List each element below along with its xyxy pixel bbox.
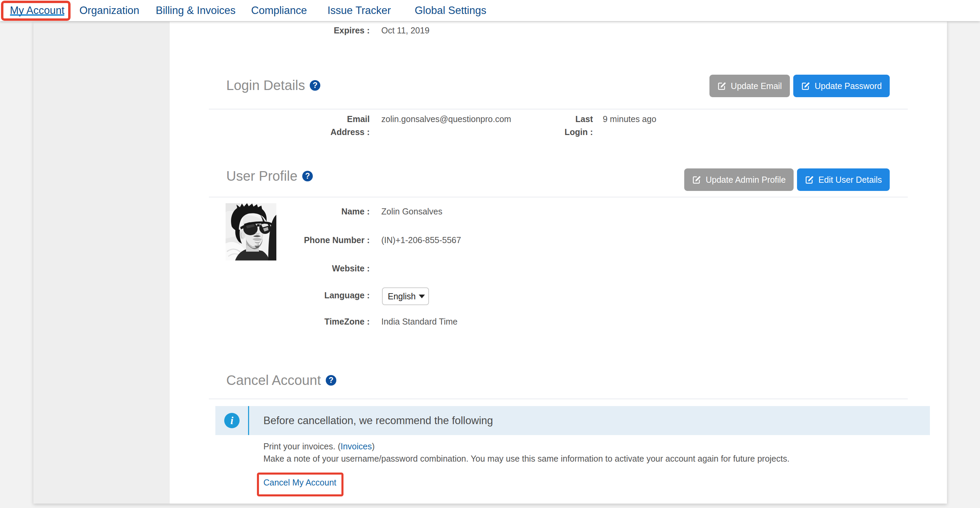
phone-number-value: (IN)+1-206-855-5567 [381, 234, 461, 247]
info-banner: i Before cancellation, we recommend the … [215, 406, 930, 435]
email-address-label: Email Address : [209, 113, 370, 139]
tab-issue-tracker[interactable]: Issue Tracker [328, 0, 391, 21]
language-select[interactable]: English [382, 287, 429, 305]
login-details-title: Login Details [226, 77, 305, 93]
edit-icon [717, 81, 727, 91]
tab-issue-tracker-label: Issue Tracker [328, 5, 391, 17]
edit-icon [692, 175, 701, 185]
tab-organization-label: Organization [80, 5, 139, 17]
invoices-link[interactable]: Invoices [340, 441, 372, 451]
caret-down-icon [419, 295, 425, 298]
tab-compliance-label: Compliance [251, 5, 307, 17]
print-invoices-text: Print your invoices. ( [263, 441, 340, 451]
cancel-account-title: Cancel Account [226, 372, 321, 389]
language-selected-value: English [388, 291, 416, 301]
edit-icon [801, 81, 810, 91]
phone-number-label: Phone Number : [209, 234, 370, 247]
expires-label: Expires : [209, 24, 370, 37]
divider-cancel-account [209, 398, 908, 399]
timezone-label: TimeZone : [209, 315, 370, 328]
help-icon-cancel-account[interactable]: ? [326, 375, 336, 385]
tab-global-settings[interactable]: Global Settings [415, 0, 486, 21]
name-value: Zolin Gonsalves [381, 205, 442, 218]
expires-value: Oct 11, 2019 [381, 24, 430, 37]
cancel-my-account-label: Cancel My Account [263, 478, 336, 487]
sidebar [33, 21, 170, 503]
user-profile-title: User Profile [226, 168, 298, 184]
edit-user-details-button[interactable]: Edit User Details [797, 169, 890, 191]
email-address-value: zolin.gonsalves@questionpro.com [381, 113, 511, 126]
tab-my-account[interactable]: My Account [10, 0, 64, 21]
info-icon: i [224, 413, 240, 428]
website-label: Website : [209, 262, 370, 275]
top-navigation: My Account Organization Billing & Invoic… [0, 0, 980, 21]
tab-billing-invoices-label: Billing & Invoices [156, 5, 235, 17]
print-invoices-text-close: ) [372, 441, 374, 451]
update-email-button[interactable]: Update Email [710, 75, 790, 97]
login-details-header: Login Details ? [226, 77, 320, 93]
main-card: Expires : Oct 11, 2019 Login Details ? U… [33, 21, 947, 503]
last-login-value: 9 minutes ago [603, 113, 656, 126]
help-icon-login-details[interactable]: ? [310, 80, 320, 91]
cancel-my-account-link[interactable]: Cancel My Account [263, 476, 336, 489]
update-admin-profile-label: Update Admin Profile [706, 175, 786, 185]
login-details-actions: Update Email Update Password [710, 75, 890, 97]
tab-global-settings-label: Global Settings [415, 5, 486, 17]
update-password-label: Update Password [815, 81, 882, 91]
banner-message: Before cancellation, we recommend the fo… [263, 406, 493, 435]
cancel-my-account-wrap: Cancel My Account [263, 476, 336, 489]
print-invoices-line: Print your invoices. (Invoices) [263, 440, 375, 453]
name-label: Name : [209, 205, 370, 218]
make-note-line: Make a note of your username/password co… [263, 452, 789, 465]
language-label: Language : [209, 289, 370, 302]
tab-compliance[interactable]: Compliance [251, 0, 307, 21]
active-tab-underline [10, 14, 64, 16]
divider-login-details [209, 109, 908, 110]
tab-organization[interactable]: Organization [80, 0, 139, 21]
user-profile-actions: Update Admin Profile Edit User Details [684, 169, 890, 191]
edit-icon [805, 175, 814, 185]
tab-billing-invoices[interactable]: Billing & Invoices [156, 0, 235, 21]
edit-user-details-label: Edit User Details [818, 175, 882, 185]
banner-vertical-rule [248, 406, 249, 435]
update-admin-profile-button[interactable]: Update Admin Profile [684, 169, 794, 191]
cancel-account-header: Cancel Account ? [226, 372, 336, 389]
update-password-button[interactable]: Update Password [793, 75, 890, 97]
last-login-label: Last Login : [550, 113, 593, 139]
user-profile-header: User Profile ? [226, 168, 313, 184]
divider-user-profile [209, 197, 908, 197]
timezone-value: India Standard Time [381, 315, 458, 328]
help-icon-user-profile[interactable]: ? [302, 171, 313, 182]
update-email-label: Update Email [731, 81, 782, 91]
